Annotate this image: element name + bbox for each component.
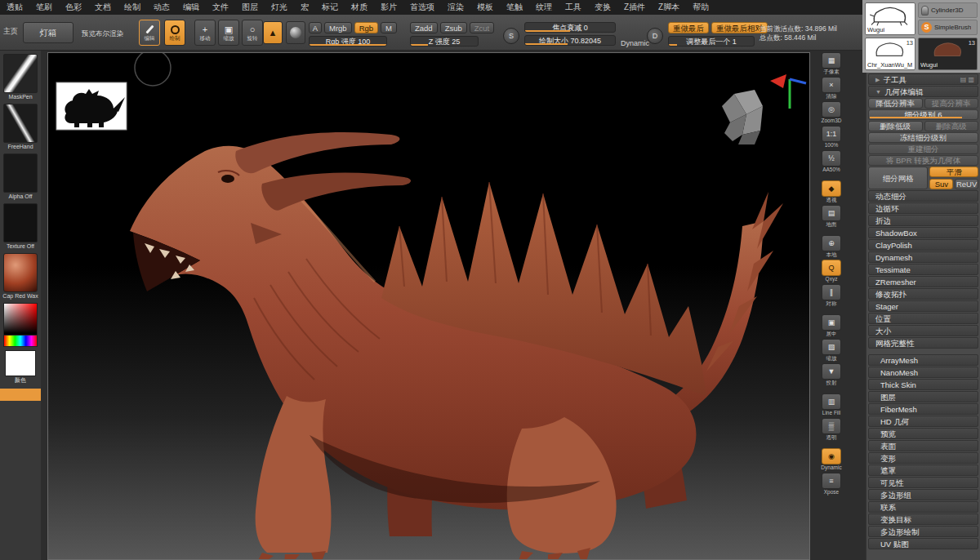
stroke-selector[interactable]: FreeHand: [2, 104, 38, 150]
divide-button[interactable]: 细分网格: [868, 167, 928, 189]
reconstruct-subdiv-button[interactable]: 重建细分: [868, 144, 978, 154]
right-shelf-button[interactable]: Q Qxyz: [818, 260, 844, 282]
menu-item[interactable]: 材质: [345, 0, 374, 15]
geometry-section-header[interactable]: ZRemesher: [868, 276, 978, 287]
z-intensity-slider[interactable]: Z 强度 25: [410, 36, 479, 47]
subpalette-header[interactable]: UV 贴图: [868, 538, 978, 549]
viewport-canvas[interactable]: [47, 52, 810, 560]
menu-item[interactable]: 图层: [235, 0, 265, 15]
color-picker[interactable]: [2, 303, 38, 347]
right-shelf-button[interactable]: 1:1 100%: [818, 126, 844, 149]
menu-item[interactable]: Z插件: [617, 0, 652, 15]
geometry-section-header[interactable]: 位置: [868, 313, 978, 324]
menu-item[interactable]: 模板: [470, 0, 500, 15]
subpalette-header[interactable]: 预览: [868, 428, 978, 439]
geometry-section-header[interactable]: ShadowBox: [868, 227, 978, 238]
geometry-section-header[interactable]: Dynamesh: [868, 251, 978, 263]
menu-item[interactable]: 影片: [374, 0, 403, 15]
right-shelf-button[interactable]: × 清除: [818, 77, 844, 100]
menu-item[interactable]: 笔刷: [29, 0, 59, 15]
subpalette-header[interactable]: HD 几何: [868, 416, 978, 427]
geometry-section-header[interactable]: 折边: [868, 215, 978, 226]
rgb-button[interactable]: Rgb: [354, 22, 378, 33]
nav-button[interactable]: ○ 旋转: [242, 20, 263, 46]
menu-item[interactable]: 标记: [315, 0, 345, 15]
brush-selector[interactable]: MaskPen: [2, 54, 38, 100]
subpalette-header[interactable]: 遮罩: [868, 464, 978, 476]
menu-item[interactable]: 文档: [88, 0, 118, 15]
stroke-circle-button[interactable]: S: [503, 28, 519, 44]
menu-item[interactable]: 首选项: [403, 0, 441, 15]
subtool-palette-header[interactable]: ▶ 子工具 ▤ ▥: [868, 73, 978, 85]
hue-strip[interactable]: [3, 336, 38, 347]
edit-button[interactable]: 编辑: [139, 20, 160, 46]
del-higher-button[interactable]: 删除高级: [924, 121, 979, 131]
menu-item[interactable]: 透贴: [0, 0, 29, 15]
live-boolean-toggle[interactable]: 预览布尔渲染: [82, 29, 123, 39]
subpalette-header[interactable]: 可见性: [868, 477, 978, 488]
menu-item[interactable]: 色彩: [59, 0, 88, 15]
color-swatch[interactable]: [5, 350, 36, 376]
subpalette-header[interactable]: NanoMesh: [868, 367, 978, 378]
nav-button[interactable]: + 移动: [194, 20, 216, 46]
dynamic-mode-toggle[interactable]: Dynamic: [621, 39, 649, 47]
menu-item[interactable]: 纹理: [529, 0, 559, 15]
sphere-tool-button[interactable]: [286, 21, 305, 44]
axis-gizmo[interactable]: [770, 74, 806, 109]
subpalette-header[interactable]: 表面: [868, 440, 978, 451]
zcut-button[interactable]: Zcut: [470, 22, 494, 33]
dragon-model[interactable]: [130, 132, 783, 560]
right-shelf-button[interactable]: ◆ 透视: [818, 180, 844, 203]
alpha-selector[interactable]: Alpha Off: [2, 153, 38, 200]
geometry-section-header[interactable]: 大小: [868, 325, 978, 336]
focal-shift-slider[interactable]: 焦点衰减 0: [524, 22, 616, 33]
del-lower-button[interactable]: 删除低级: [868, 121, 923, 131]
right-shelf-button[interactable]: ◎ Zoom3D: [818, 101, 844, 124]
zadd-button[interactable]: Zadd: [410, 22, 438, 33]
right-shelf-button[interactable]: ▦ 子像素: [818, 52, 844, 75]
subpalette-header[interactable]: 变形: [868, 452, 978, 464]
right-shelf-button[interactable]: ▼ 投射: [818, 363, 844, 386]
convert-bpr-button[interactable]: 将 BPR 转换为几何体: [868, 155, 978, 166]
mrgb-button[interactable]: Mrgb: [324, 22, 352, 33]
redo-last-button[interactable]: 重做最后: [668, 22, 709, 33]
geometry-section-header[interactable]: ClayPolish: [868, 239, 978, 251]
menu-item[interactable]: 工具: [559, 0, 588, 15]
menu-item[interactable]: 文件: [206, 0, 235, 15]
right-shelf-button[interactable]: ▤ 地面: [818, 205, 844, 228]
draw-size-slider[interactable]: 绘制大小 70.82045: [524, 35, 616, 46]
tool-thumbnail-wugui[interactable]: 13 Wugui: [918, 38, 978, 70]
right-shelf-button[interactable]: ▣ 居中: [818, 314, 844, 337]
menu-item[interactable]: 灯光: [265, 0, 294, 15]
texture-selector[interactable]: Texture Off: [2, 203, 38, 250]
geometry-section-header[interactable]: 边循环: [868, 202, 978, 214]
lower-res-button[interactable]: 降低分辨率: [868, 98, 923, 109]
geometry-section-header[interactable]: 修改拓扑: [868, 288, 978, 300]
sdiv-slider[interactable]: 细分级别 6: [868, 109, 978, 120]
right-shelf-button[interactable]: ▥ Line Fill: [818, 393, 844, 416]
geometry-section-header[interactable]: Stager: [868, 300, 978, 312]
menu-item[interactable]: 渲染: [441, 0, 470, 15]
main-color-swatch[interactable]: 颜色: [2, 350, 38, 384]
redo-dial-button[interactable]: D: [647, 28, 663, 44]
right-shelf-button[interactable]: ⊕ 本地: [818, 235, 844, 258]
switch-color-button[interactable]: [0, 389, 41, 401]
menu-item[interactable]: Z脚本: [652, 0, 686, 15]
subpalette-header[interactable]: 多边形绘制: [868, 526, 978, 537]
sculptris-pro-button[interactable]: ▲: [263, 21, 283, 44]
material-selector[interactable]: Cap Red Wax: [2, 253, 38, 300]
menu-item[interactable]: 动态: [147, 0, 176, 15]
right-shelf-button[interactable]: ∥ 对称: [818, 284, 844, 307]
right-shelf-button[interactable]: ▒ 透明: [818, 418, 844, 441]
suv-toggle[interactable]: Suv: [929, 179, 953, 189]
saturation-value-picker[interactable]: [3, 303, 38, 336]
menu-item[interactable]: 绘制: [118, 0, 147, 15]
zsub-button[interactable]: Zsub: [440, 22, 467, 33]
home-button[interactable]: 主页: [3, 26, 21, 37]
higher-res-button[interactable]: 提高分辨率: [924, 98, 979, 109]
geometry-section-header[interactable]: 动态细分: [868, 190, 978, 202]
subpalette-header[interactable]: ArrayMesh: [868, 354, 978, 366]
tool-item-cylinder[interactable]: Cylinder3D: [918, 2, 978, 18]
right-shelf-button[interactable]: ◉ Dynamic: [818, 448, 844, 471]
menu-item[interactable]: 笔触: [500, 0, 529, 15]
